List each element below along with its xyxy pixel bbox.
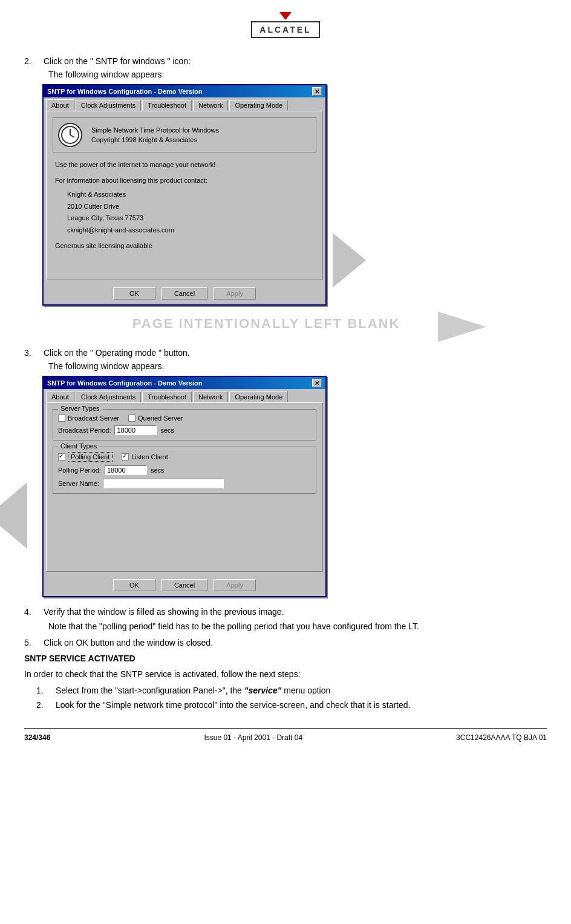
section-title: SNTP SERVICE ACTIVATED: [24, 654, 547, 663]
broadcast-server-checkbox[interactable]: [58, 414, 65, 422]
dialog2-content: Server Types Broadcast Server Queried Se…: [46, 402, 323, 572]
step-3-item: 3. Click on the " Operating mode " butto…: [24, 348, 547, 358]
dialog2-ok-button[interactable]: OK: [113, 579, 155, 591]
app-name: Simple Network Time Protocol for Windows: [91, 125, 219, 136]
dialog1: SNTP for Windows Configuration - Demo Ve…: [42, 84, 327, 306]
tab-about-1[interactable]: About: [46, 99, 74, 111]
tagline: Use the power of the internet to manage …: [55, 160, 314, 171]
broadcast-period-input[interactable]: [114, 425, 157, 435]
logo-text: ALCATEL: [251, 21, 319, 38]
email: cknight@knight-and-associates.com: [67, 225, 314, 236]
right-arrow: [333, 233, 366, 287]
listen-client-label: Listen Client: [131, 453, 168, 460]
svg-marker-3: [438, 312, 486, 342]
dialog1-content: Simple Network Time Protocol for Windows…: [46, 111, 323, 280]
broadcast-period-label: Broadcast Period:: [58, 427, 111, 434]
tab-network-1[interactable]: Network: [193, 100, 228, 111]
tab-about-2[interactable]: About: [46, 392, 74, 402]
dialog1-ok-button[interactable]: OK: [113, 287, 155, 300]
step-4-note: Note that the "polling period" field has…: [48, 620, 547, 633]
queried-server-item: Queried Server: [128, 414, 183, 422]
tab-network-2[interactable]: Network: [193, 392, 228, 402]
broadcast-server-label: Broadcast Server: [68, 414, 119, 422]
polling-period-unit: secs: [151, 467, 165, 474]
server-name-label: Server Name:: [58, 480, 99, 487]
page-footer: 324/346 Issue 01 - April 2001 - Draft 04…: [24, 728, 547, 742]
server-name-input[interactable]: [103, 479, 224, 488]
about-title: Simple Network Time Protocol for Windows…: [91, 125, 219, 145]
step-5-text: Click on OK button and the window is clo…: [44, 638, 213, 647]
broadcast-period-unit: secs: [160, 427, 174, 434]
copyright: Copyright 1998 Knight & Associates: [91, 135, 219, 145]
tab-clock-adj-2[interactable]: Clock Adjustments: [76, 392, 141, 402]
dialog2-titlebar: SNTP for Windows Configuration - Demo Ve…: [44, 377, 325, 389]
opmode-section: Server Types Broadcast Server Queried Se…: [53, 409, 316, 494]
footer-page: 324/346: [24, 733, 50, 742]
sntp-step-1: 1. Select from the "start->configuration…: [36, 686, 547, 695]
page-watermark: PAGE INTENTIONALLY LEFT BLANK: [132, 316, 400, 332]
step-5-number: 5.: [24, 638, 41, 647]
dialog2: SNTP for Windows Configuration - Demo Ve…: [42, 376, 327, 597]
client-types-group: Client Types Polling Client Listen Clien…: [53, 447, 316, 494]
dialog2-title: SNTP for Windows Configuration - Demo Ve…: [47, 379, 202, 387]
polling-client-item: Polling Client: [58, 452, 113, 462]
step-4-text: Verify that the window is filled as show…: [44, 607, 284, 617]
logo-triangle: [279, 12, 292, 20]
polling-period-input[interactable]: [105, 465, 147, 475]
dialog2-tabs: About Clock Adjustments Troubleshoot Net…: [44, 389, 325, 402]
listen-client-item: Listen Client: [122, 453, 168, 460]
dialog2-section: SNTP for Windows Configuration - Demo Ve…: [42, 376, 547, 597]
sntp-step-1-text: Select from the "start->configuration Pa…: [56, 686, 242, 695]
page-header: ALCATEL: [24, 12, 547, 38]
address1: 2010 Cutter Drive: [67, 202, 314, 212]
dialog1-titlebar: SNTP for Windows Configuration - Demo Ve…: [44, 85, 325, 97]
step-3-following: The following window appears.: [48, 361, 547, 371]
about-section: Simple Network Time Protocol for Windows…: [53, 117, 316, 251]
dialog1-tabs: About Clock Adjustments Troubleshoot Net…: [44, 97, 325, 111]
company: Knight & Associates: [67, 189, 314, 200]
sntp-step-1-number: 1.: [36, 686, 53, 695]
queried-server-label: Queried Server: [138, 414, 183, 422]
step-5-item: 5. Click on OK button and the window is …: [24, 638, 547, 647]
server-types-label: Server Types: [58, 405, 102, 412]
footer-ref: 3CC12426AAAA TQ BJA 01: [456, 733, 547, 742]
server-types-checkboxes: Broadcast Server Queried Server: [58, 414, 311, 422]
step-2-following: The following window appears:: [48, 70, 547, 79]
dialog1-section: SNTP for Windows Configuration - Demo Ve…: [42, 84, 547, 306]
tab-opmode-1[interactable]: Operating Mode: [229, 100, 288, 111]
dialog2-cancel-button[interactable]: Cancel: [162, 579, 207, 591]
titlebar-buttons: ✕: [312, 87, 322, 96]
dialog2-close-button[interactable]: ✕: [312, 379, 322, 387]
dialog2-titlebar-buttons: ✕: [312, 379, 322, 387]
licensing: Generous site licensing available: [55, 241, 314, 252]
sntp-step-2-text: Look for the "Simple network time protoc…: [56, 700, 411, 710]
step-2-text: Click on the " SNTP for windows " icon:: [44, 56, 191, 66]
tab-troubleshoot-1[interactable]: Troubleshoot: [142, 100, 192, 111]
sntp-step-2-number: 2.: [36, 700, 53, 710]
close-button[interactable]: ✕: [312, 87, 322, 96]
polling-period-row: Polling Period: secs: [58, 465, 311, 475]
tab-clock-adj-1[interactable]: Clock Adjustments: [76, 100, 141, 111]
client-types-label: Client Types: [58, 442, 99, 450]
step-4-number: 4.: [24, 607, 41, 617]
sntp-step-1-rest: menu option: [284, 686, 330, 695]
polling-client-label: Polling Client: [68, 452, 113, 462]
polling-client-checkbox[interactable]: [58, 453, 65, 460]
tab-opmode-2[interactable]: Operating Mode: [229, 391, 288, 402]
step-2-number: 2.: [24, 56, 41, 66]
step-3-number: 3.: [24, 348, 41, 358]
diagonal-arrow-down-right: [438, 312, 486, 344]
body-text-1: In order to check that the SNTP service …: [24, 668, 547, 681]
queried-server-checkbox[interactable]: [128, 414, 135, 422]
dialog1-apply-button[interactable]: Apply: [214, 287, 256, 300]
server-name-row: Server Name:: [58, 479, 311, 488]
step-2-item: 2. Click on the " SNTP for windows " ico…: [24, 56, 547, 66]
tab-troubleshoot-2[interactable]: Troubleshoot: [142, 392, 192, 402]
alcatel-logo: ALCATEL: [251, 12, 319, 38]
dialog2-apply-button[interactable]: Apply: [214, 579, 256, 591]
server-types-group: Server Types Broadcast Server Queried Se…: [53, 409, 316, 441]
dialog1-cancel-button[interactable]: Cancel: [162, 287, 207, 300]
sntp-step-1-bold: "service": [244, 686, 282, 695]
about-header: Simple Network Time Protocol for Windows…: [53, 117, 316, 152]
listen-client-checkbox[interactable]: [122, 453, 129, 460]
